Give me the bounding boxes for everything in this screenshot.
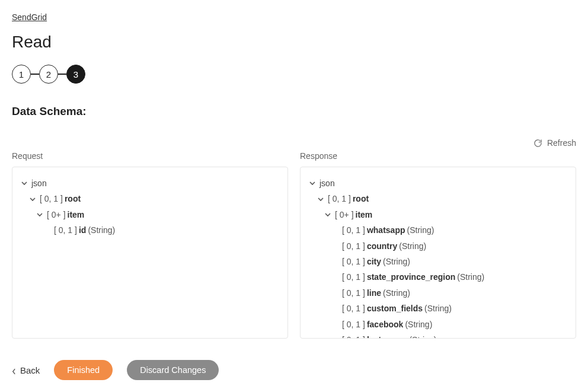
- field-row[interactable]: [ 0, 1 ]country(String): [309, 240, 567, 253]
- cardinality: [ 0, 1 ]: [54, 224, 77, 237]
- tree-row-root[interactable]: [ 0, 1 ] root: [21, 192, 279, 205]
- node-name: root: [353, 192, 369, 205]
- tree-row-json[interactable]: json: [309, 177, 567, 190]
- step-2[interactable]: 2: [39, 65, 58, 84]
- back-label: Back: [20, 365, 40, 375]
- chevron-down-icon[interactable]: [36, 211, 43, 218]
- step-3[interactable]: 3: [66, 65, 85, 84]
- chevron-left-icon: [12, 366, 17, 374]
- field-row[interactable]: [ 0, 1 ]whatsapp(String): [309, 224, 567, 237]
- field-type: (String): [409, 333, 436, 339]
- cardinality: [ 0, 1 ]: [342, 224, 365, 237]
- cardinality: [ 0, 1 ]: [40, 192, 63, 205]
- cardinality: [ 0, 1 ]: [342, 318, 365, 331]
- back-button[interactable]: Back: [12, 365, 40, 375]
- cardinality: [ 0, 1 ]: [342, 302, 365, 315]
- tree-row-root[interactable]: [ 0, 1 ] root: [309, 192, 567, 205]
- chevron-down-icon[interactable]: [317, 196, 324, 203]
- field-type: (String): [383, 255, 410, 268]
- chevron-down-icon[interactable]: [309, 180, 316, 187]
- refresh-label: Refresh: [547, 138, 576, 148]
- request-column: Request json [ 0, 1 ] root [ 0+ ]: [12, 151, 288, 339]
- step-1[interactable]: 1: [12, 65, 31, 84]
- request-label: Request: [12, 151, 288, 161]
- field-name: custom_fields: [367, 302, 423, 315]
- cardinality: [ 0, 1 ]: [342, 240, 365, 253]
- field-name: id: [79, 224, 86, 237]
- cardinality: [ 0, 1 ]: [342, 286, 365, 299]
- step-line: [58, 74, 66, 75]
- schema-type: json: [31, 177, 47, 190]
- chevron-down-icon[interactable]: [21, 180, 28, 187]
- field-name: line: [367, 286, 381, 299]
- tree-row-item[interactable]: [ 0+ ] item: [21, 208, 279, 221]
- refresh-icon: [533, 139, 542, 148]
- breadcrumb[interactable]: SendGrid: [12, 12, 47, 22]
- field-name: state_province_region: [367, 270, 455, 283]
- field-type: (String): [457, 270, 484, 283]
- response-label: Response: [300, 151, 576, 161]
- tree-row-item[interactable]: [ 0+ ] item: [309, 208, 567, 221]
- field-row[interactable]: [ 0, 1 ]line(String): [309, 286, 567, 299]
- field-row[interactable]: [ 0, 1 ]facebook(String): [309, 318, 567, 331]
- cardinality: [ 0, 1 ]: [342, 255, 365, 268]
- cardinality: [ 0, 1 ]: [328, 192, 351, 205]
- page-title: Read: [12, 33, 576, 52]
- discard-button[interactable]: Discard Changes: [127, 360, 219, 380]
- field-row[interactable]: [ 0, 1 ]id(String): [21, 224, 279, 237]
- refresh-button[interactable]: Refresh: [533, 138, 576, 148]
- field-row[interactable]: [ 0, 1 ]custom_fields(String): [309, 302, 567, 315]
- stepper: 1 2 3: [12, 65, 576, 84]
- node-name: root: [65, 192, 81, 205]
- node-name: item: [356, 208, 373, 221]
- field-type: (String): [399, 240, 426, 253]
- response-panel: json [ 0, 1 ] root [ 0+ ] item [ 0, 1 ]w…: [300, 167, 576, 339]
- bottom-bar: Back Finished Discard Changes: [12, 360, 576, 380]
- section-title: Data Schema:: [12, 105, 576, 118]
- field-type: (String): [88, 224, 115, 237]
- field-row[interactable]: [ 0, 1 ]city(String): [309, 255, 567, 268]
- schema-type: json: [319, 177, 335, 190]
- field-type: (String): [405, 318, 432, 331]
- field-name: country: [367, 240, 397, 253]
- field-name: last_name: [367, 333, 407, 339]
- field-type: (String): [383, 286, 410, 299]
- chevron-down-icon[interactable]: [29, 196, 36, 203]
- cardinality: [ 0, 1 ]: [342, 333, 365, 339]
- cardinality: [ 0+ ]: [335, 208, 354, 221]
- request-panel: json [ 0, 1 ] root [ 0+ ] item [ 0, 1 ]i…: [12, 167, 288, 339]
- field-type: (String): [407, 224, 434, 237]
- field-name: city: [367, 255, 381, 268]
- node-name: item: [68, 208, 85, 221]
- field-type: (String): [424, 302, 452, 315]
- field-row[interactable]: [ 0, 1 ]last_name(String): [309, 333, 567, 339]
- chevron-down-icon[interactable]: [324, 211, 331, 218]
- field-row[interactable]: [ 0, 1 ]state_province_region(String): [309, 270, 567, 283]
- tree-row-json[interactable]: json: [21, 177, 279, 190]
- finished-button[interactable]: Finished: [54, 360, 113, 380]
- field-name: facebook: [367, 318, 403, 331]
- step-line: [31, 74, 39, 75]
- cardinality: [ 0+ ]: [47, 208, 66, 221]
- cardinality: [ 0, 1 ]: [342, 270, 365, 283]
- field-name: whatsapp: [367, 224, 405, 237]
- response-column: Response json [ 0, 1 ] root [ 0+ ]: [300, 151, 576, 339]
